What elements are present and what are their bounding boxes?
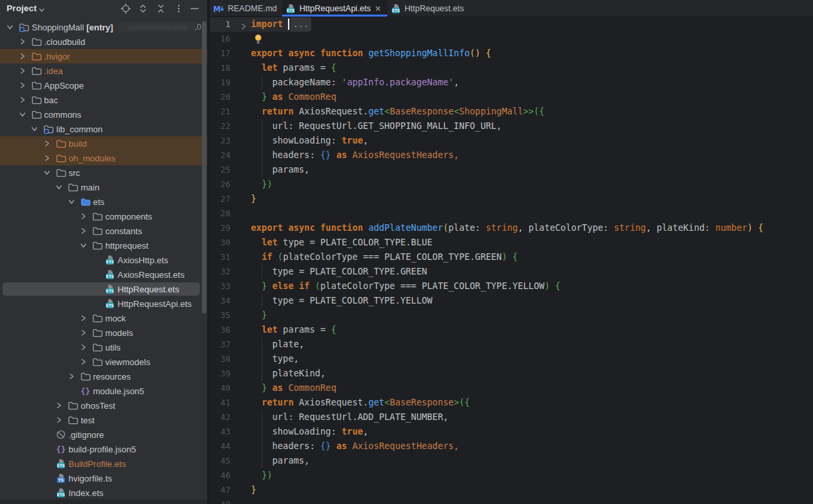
chevron-right-icon[interactable] xyxy=(18,95,27,105)
line-number[interactable]: 46 xyxy=(210,468,230,483)
line-number[interactable]: 1 xyxy=(210,17,230,32)
code-line-25[interactable]: 25 params, xyxy=(210,163,813,177)
editor-tab-httprequestapi-ets[interactable]: ETSHttpRequestApi.ets xyxy=(282,0,387,17)
tree-item-httprequestapi-ets[interactable]: ETSHttpRequestApi.ets xyxy=(0,296,207,311)
line-number[interactable]: 29 xyxy=(210,221,230,235)
tree-item-test[interactable]: test xyxy=(0,413,207,427)
code-line-39[interactable]: 39 plateKind, xyxy=(210,366,813,381)
line-number[interactable]: 36 xyxy=(210,323,230,337)
tree-item-constants[interactable]: constants xyxy=(0,224,207,238)
tree-item-utils[interactable]: utils xyxy=(0,340,207,355)
line-number[interactable]: 33 xyxy=(210,279,230,294)
chevron-down-icon[interactable] xyxy=(67,197,76,206)
chevron-down-icon[interactable] xyxy=(42,168,52,177)
code-line-48[interactable]: 48 xyxy=(210,497,813,504)
code-line-34[interactable]: 34 type = PLATE_COLOR_TYPE.YELLOW xyxy=(210,294,813,308)
code-line-33[interactable]: 33 } else if (plateColorType === PLATE_C… xyxy=(210,279,813,294)
line-number[interactable]: 42 xyxy=(210,410,230,425)
code-line-44[interactable]: 44 headers: {} as AxiosRequestHeaders, xyxy=(210,439,813,454)
chevron-right-icon[interactable] xyxy=(67,372,76,381)
line-number[interactable]: 44 xyxy=(210,439,230,454)
tree-item-resources[interactable]: resources xyxy=(0,369,207,384)
code-line-46[interactable]: 46 }) xyxy=(210,468,813,483)
chevron-right-icon[interactable] xyxy=(42,139,52,148)
code-line-29[interactable]: 29export async function addPlateNumber(p… xyxy=(210,221,813,235)
editor-tab-httprequest-ets[interactable]: ETSHttpRequest.ets xyxy=(387,0,469,17)
chevron-down-icon[interactable] xyxy=(30,124,39,134)
line-number[interactable]: 39 xyxy=(210,366,230,381)
chevron-right-icon[interactable] xyxy=(79,314,88,323)
tree-item-lib-common[interactable]: lib_common xyxy=(0,122,207,136)
tree-item-build[interactable]: build xyxy=(0,136,207,151)
code-line-18[interactable]: 18 let params = { xyxy=(210,61,813,75)
line-number[interactable]: 45 xyxy=(210,454,230,468)
line-number[interactable]: 18 xyxy=(210,61,230,75)
tree-item--hvigor[interactable]: .hvigor xyxy=(0,49,207,63)
line-number[interactable]: 38 xyxy=(210,352,230,366)
line-number[interactable]: 40 xyxy=(210,381,230,396)
folded-code-placeholder[interactable]: ... xyxy=(291,17,311,32)
locate-icon[interactable] xyxy=(120,3,131,14)
tree-item-mock[interactable]: mock xyxy=(0,311,207,325)
tree-item-ets[interactable]: ets xyxy=(0,194,207,209)
line-number[interactable]: 37 xyxy=(210,337,230,352)
tree-item--gitignore[interactable]: .gitignore xyxy=(0,427,207,442)
tree-item-axiosrequest-ets[interactable]: ETSAxiosRequest.ets xyxy=(0,267,207,282)
tree-item--idea[interactable]: .idea xyxy=(0,63,207,78)
line-number[interactable]: 21 xyxy=(210,105,230,119)
tree-item-module-json5[interactable]: {}module.json5 xyxy=(0,384,207,398)
tree-item--cloudbuild[interactable]: .cloudbuild xyxy=(0,34,207,49)
code-line-27[interactable]: 27} xyxy=(210,192,813,206)
project-horizontal-scrollbar-track[interactable] xyxy=(0,499,207,504)
code-line-19[interactable]: 19 packageName: 'appInfo.packageName', xyxy=(210,75,813,90)
tree-item-src[interactable]: src xyxy=(0,165,207,180)
line-number[interactable]: 47 xyxy=(210,483,230,497)
code-line-47[interactable]: 47} xyxy=(210,483,813,497)
chevron-right-icon[interactable] xyxy=(79,357,88,366)
code-line-21[interactable]: 21 return AxiosRequest.get<BaseResponse<… xyxy=(210,105,813,119)
line-number[interactable]: 24 xyxy=(210,148,230,163)
chevron-right-icon[interactable] xyxy=(79,212,88,221)
tree-item-httprequest[interactable]: httprequest xyxy=(0,238,207,253)
tree-item-components[interactable]: components xyxy=(0,209,207,224)
chevron-right-icon[interactable] xyxy=(18,81,27,90)
chevron-right-icon[interactable] xyxy=(79,226,88,235)
tree-item-buildprofile-ets[interactable]: ETSBuildProfile.ets xyxy=(0,456,207,471)
line-number[interactable]: 48 xyxy=(210,497,230,504)
code-line-38[interactable]: 38 type, xyxy=(210,352,813,366)
line-number[interactable]: 20 xyxy=(210,90,230,105)
code-line-1[interactable]: 1import ... xyxy=(210,17,813,32)
tree-item-bac[interactable]: bac xyxy=(0,93,207,107)
line-number[interactable]: 32 xyxy=(210,265,230,279)
line-number[interactable]: 30 xyxy=(210,235,230,250)
collapse-all-icon[interactable] xyxy=(156,3,166,14)
code-line-35[interactable]: 35 } xyxy=(210,308,813,323)
line-number[interactable]: 35 xyxy=(210,308,230,323)
code-line-26[interactable]: 26 }) xyxy=(210,177,813,192)
chevron-down-icon[interactable] xyxy=(5,22,15,32)
code-line-22[interactable]: 22 url: RequestUrl.GET_SHOPPING_MALL_INF… xyxy=(210,119,813,134)
code-line-20[interactable]: 20 } as CommonReq xyxy=(210,90,813,105)
code-line-23[interactable]: 23 showLoading: true, xyxy=(210,134,813,148)
line-number[interactable]: 26 xyxy=(210,177,230,192)
more-icon[interactable] xyxy=(173,3,184,14)
chevron-right-icon[interactable] xyxy=(18,52,27,61)
line-number[interactable]: 16 xyxy=(210,32,230,46)
chevron-right-icon[interactable] xyxy=(18,37,27,46)
tree-item-appscope[interactable]: AppScope xyxy=(0,78,207,93)
code-line-28[interactable]: 28 xyxy=(210,206,813,221)
code-line-36[interactable]: 36 let params = { xyxy=(210,323,813,337)
tree-item-httprequest-ets[interactable]: ETSHttpRequest.ets xyxy=(0,282,207,296)
line-number[interactable]: 43 xyxy=(210,425,230,439)
line-number[interactable]: 25 xyxy=(210,163,230,177)
code-line-24[interactable]: 24 headers: {} as AxiosRequestHeaders, xyxy=(210,148,813,163)
code-line-17[interactable]: 17export async function getShoppingMallI… xyxy=(210,46,813,61)
chevron-right-icon[interactable] xyxy=(42,153,52,163)
line-number[interactable]: 28 xyxy=(210,206,230,221)
tree-item-main[interactable]: main xyxy=(0,180,207,194)
chevron-right-icon[interactable] xyxy=(79,343,88,352)
chevron-down-icon[interactable] xyxy=(18,110,27,119)
line-number[interactable]: 34 xyxy=(210,294,230,308)
chevron-right-icon[interactable] xyxy=(18,66,27,75)
chevron-right-icon[interactable] xyxy=(54,415,64,425)
